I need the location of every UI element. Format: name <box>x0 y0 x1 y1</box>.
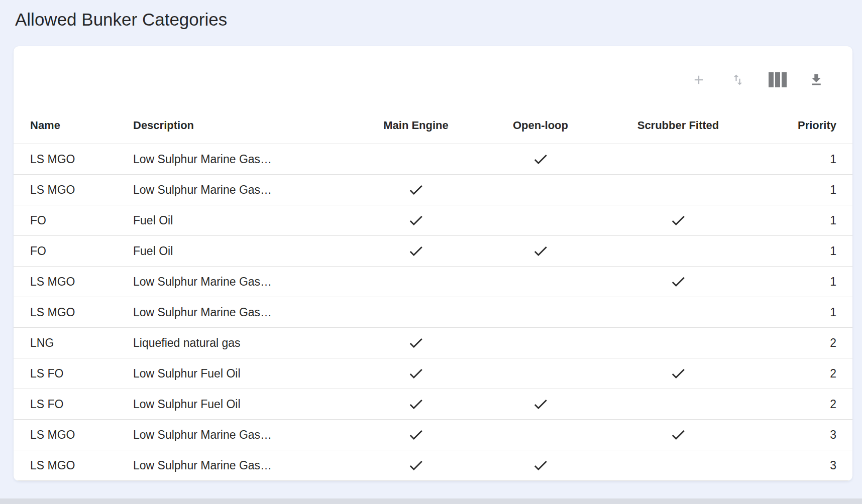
cell-main-engine <box>366 242 466 260</box>
column-header-description[interactable]: Description <box>133 119 366 132</box>
cell-scrubber-fitted <box>615 365 741 382</box>
cell-main-engine <box>366 212 466 229</box>
export-button[interactable] <box>805 69 827 91</box>
check-icon <box>407 212 424 229</box>
cell-name: FO <box>30 244 133 258</box>
check-icon <box>532 151 549 168</box>
cell-open-loop <box>466 242 615 260</box>
cell-description: Low Sulphur Fuel Oil <box>133 367 366 381</box>
cell-description: Fuel Oil <box>133 214 366 227</box>
table-row[interactable]: LS FO Low Sulphur Fuel Oil 2 <box>14 358 852 389</box>
cell-priority: 1 <box>741 183 836 197</box>
cell-main-engine <box>366 426 466 443</box>
cell-name: LS FO <box>30 398 133 411</box>
check-icon <box>407 457 424 474</box>
cell-description: Low Sulphur Marine Gas… <box>133 459 366 472</box>
check-icon <box>407 365 424 382</box>
check-icon <box>670 212 687 229</box>
cell-name: LS MGO <box>30 183 133 197</box>
table-toolbar <box>14 46 852 107</box>
import-export-icon <box>731 73 745 87</box>
bottom-strip <box>0 498 862 504</box>
cell-main-engine <box>366 181 466 198</box>
cell-description: Low Sulphur Marine Gas… <box>133 183 366 197</box>
cell-scrubber-fitted <box>615 426 741 443</box>
cell-main-engine <box>366 334 466 351</box>
check-icon <box>670 426 687 443</box>
plus-icon <box>692 73 706 87</box>
cell-main-engine <box>366 457 466 474</box>
check-icon <box>407 242 424 260</box>
sort-button[interactable] <box>727 69 749 91</box>
table-row[interactable]: LS MGO Low Sulphur Marine Gas… 1 <box>14 297 852 328</box>
cell-scrubber-fitted <box>615 212 741 229</box>
add-button[interactable] <box>688 69 710 91</box>
cell-description: Low Sulphur Marine Gas… <box>133 428 366 442</box>
check-icon <box>532 242 549 260</box>
page-title: Allowed Bunker Categories <box>15 8 227 31</box>
check-icon <box>407 426 424 443</box>
table-row[interactable]: LS MGO Low Sulphur Marine Gas… 3 <box>14 420 852 450</box>
table-row[interactable]: LS MGO Low Sulphur Marine Gas… 1 <box>14 175 852 205</box>
table-row[interactable]: LNG Liquefied natural gas 2 <box>14 328 852 358</box>
column-header-open-loop[interactable]: Open-loop <box>466 119 615 132</box>
cell-description: Fuel Oil <box>133 244 366 258</box>
cell-priority: 2 <box>741 398 836 411</box>
check-icon <box>407 181 424 198</box>
columns-button[interactable] <box>766 69 788 91</box>
cell-description: Liquefied natural gas <box>133 336 366 350</box>
cell-priority: 1 <box>741 275 836 289</box>
allowed-bunker-categories-card: Name Description Main Engine Open-loop S… <box>14 46 852 481</box>
table-row[interactable]: LS MGO Low Sulphur Marine Gas… 3 <box>14 450 852 481</box>
cell-description: Low Sulphur Marine Gas… <box>133 306 366 319</box>
cell-scrubber-fitted <box>615 273 741 290</box>
cell-open-loop <box>466 457 615 474</box>
cell-name: LS MGO <box>30 275 133 289</box>
cell-priority: 1 <box>741 214 836 227</box>
cell-name: LS MGO <box>30 459 133 472</box>
table-row[interactable]: FO Fuel Oil 1 <box>14 236 852 267</box>
table-row[interactable]: LS MGO Low Sulphur Marine Gas… 1 <box>14 267 852 297</box>
check-icon <box>532 457 549 474</box>
cell-name: LS MGO <box>30 428 133 442</box>
cell-name: LNG <box>30 336 133 350</box>
cell-name: LS FO <box>30 367 133 381</box>
check-icon <box>670 273 687 290</box>
column-header-scrubber-fitted[interactable]: Scrubber Fitted <box>615 119 741 132</box>
column-header-priority[interactable]: Priority <box>741 119 836 132</box>
cell-priority: 2 <box>741 336 836 350</box>
table-header: Name Description Main Engine Open-loop S… <box>14 107 852 144</box>
cell-priority: 1 <box>741 244 836 258</box>
column-header-main-engine[interactable]: Main Engine <box>366 119 466 132</box>
cell-priority: 1 <box>741 153 836 166</box>
table-row[interactable]: LS MGO Low Sulphur Marine Gas… 1 <box>14 144 852 175</box>
cell-description: Low Sulphur Fuel Oil <box>133 398 366 411</box>
table-row[interactable]: FO Fuel Oil 1 <box>14 205 852 236</box>
cell-main-engine <box>366 396 466 413</box>
cell-main-engine <box>366 365 466 382</box>
cell-priority: 3 <box>741 459 836 472</box>
download-icon <box>809 72 824 87</box>
cell-name: LS MGO <box>30 153 133 166</box>
cell-priority: 2 <box>741 367 836 381</box>
check-icon <box>407 396 424 413</box>
cell-name: LS MGO <box>30 306 133 319</box>
cell-description: Low Sulphur Marine Gas… <box>133 153 366 166</box>
cell-priority: 1 <box>741 306 836 319</box>
cell-priority: 3 <box>741 428 836 442</box>
table-body: LS MGO Low Sulphur Marine Gas… 1 LS MGO … <box>14 144 852 481</box>
columns-icon <box>768 71 787 88</box>
cell-open-loop <box>466 151 615 168</box>
cell-open-loop <box>466 396 615 413</box>
cell-description: Low Sulphur Marine Gas… <box>133 275 366 289</box>
check-icon <box>532 396 549 413</box>
table-row[interactable]: LS FO Low Sulphur Fuel Oil 2 <box>14 389 852 420</box>
check-icon <box>670 365 687 382</box>
cell-name: FO <box>30 214 133 227</box>
check-icon <box>407 334 424 351</box>
column-header-name[interactable]: Name <box>30 119 133 132</box>
